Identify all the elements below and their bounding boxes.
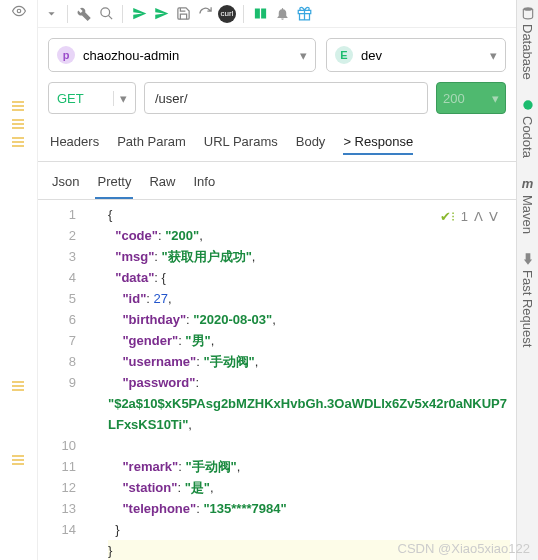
response-editor: 1234 5678 910 11121314 ✔⁝1ᐱᐯ { "code": "…: [38, 200, 516, 560]
status-selector[interactable]: 200 ▾: [436, 82, 506, 114]
curl-icon[interactable]: curl: [218, 5, 236, 23]
response-tabs: Json Pretty Raw Info: [38, 162, 516, 200]
project-selector[interactable]: p chaozhou-admin ▾: [48, 38, 316, 72]
editor-status: ✔⁝1ᐱᐯ: [440, 206, 498, 227]
env-selector[interactable]: E dev ▾: [326, 38, 506, 72]
rail-codota[interactable]: Codota: [520, 98, 535, 158]
send-icon[interactable]: [130, 5, 148, 23]
code-body[interactable]: ✔⁝1ᐱᐯ { "code": "200", "msg": "获取用户成功", …: [86, 200, 516, 560]
eye-icon[interactable]: [12, 4, 26, 18]
check-icon: ✔⁝: [440, 206, 455, 227]
svg-point-3: [523, 100, 532, 109]
gift-icon[interactable]: [295, 5, 313, 23]
expand-icon[interactable]: [42, 5, 60, 23]
env-label: dev: [361, 48, 382, 63]
lines-icon[interactable]: [12, 100, 26, 112]
chevron-down-icon: ▾: [492, 91, 499, 106]
tab-headers[interactable]: Headers: [50, 130, 99, 155]
lines-icon[interactable]: [12, 454, 26, 466]
rail-database[interactable]: Database: [520, 6, 535, 80]
svg-point-0: [17, 9, 21, 13]
chevron-down-icon: ▾: [113, 91, 127, 106]
request-tabs: Headers Path Param URL Params Body > Res…: [38, 124, 516, 162]
tab-url-params[interactable]: URL Params: [204, 130, 278, 155]
svg-point-1: [100, 8, 109, 17]
rail-fast-request[interactable]: Fast Request: [520, 252, 535, 347]
project-label: chaozhou-admin: [83, 48, 179, 63]
url-input[interactable]: /user/: [144, 82, 428, 114]
tab-raw[interactable]: Raw: [147, 170, 177, 199]
tab-path-param[interactable]: Path Param: [117, 130, 186, 155]
lines-icon[interactable]: [12, 380, 26, 392]
tab-info[interactable]: Info: [191, 170, 217, 199]
method-selector[interactable]: GET ▾: [48, 82, 136, 114]
chevron-down-icon: ▾: [490, 48, 497, 63]
send-all-icon[interactable]: [152, 5, 170, 23]
book-icon[interactable]: [251, 5, 269, 23]
line-numbers: 1234 5678 910 11121314: [38, 200, 86, 560]
toolbar: curl: [38, 0, 516, 28]
tab-body[interactable]: Body: [296, 130, 326, 155]
lines-icon[interactable]: [12, 136, 26, 148]
tab-pretty[interactable]: Pretty: [95, 170, 133, 199]
search-icon[interactable]: [97, 5, 115, 23]
svg-point-2: [523, 7, 532, 10]
wrench-icon[interactable]: [75, 5, 93, 23]
save-icon[interactable]: [174, 5, 192, 23]
chevron-down-icon: ▾: [300, 48, 307, 63]
lines-icon[interactable]: [12, 118, 26, 130]
rail-maven[interactable]: mMaven: [520, 176, 535, 234]
bell-icon[interactable]: [273, 5, 291, 23]
redo-icon[interactable]: [196, 5, 214, 23]
right-rail: Database Codota mMaven Fast Request: [516, 0, 538, 560]
left-gutter: [0, 0, 38, 560]
tab-response[interactable]: > Response: [343, 130, 413, 155]
tab-json[interactable]: Json: [50, 170, 81, 199]
